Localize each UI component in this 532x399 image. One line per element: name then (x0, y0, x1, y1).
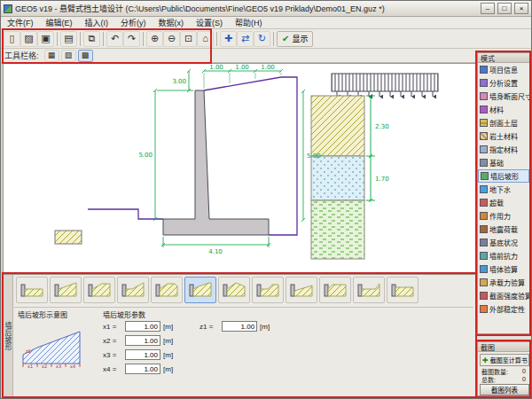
x2-input[interactable] (125, 335, 160, 346)
slope-preview-shape (23, 332, 80, 364)
mode-item-project-info[interactable]: 项目信息 (478, 63, 529, 76)
zoom-window-button[interactable]: ⊡ (180, 31, 197, 47)
z1-input[interactable] (222, 321, 257, 332)
mark-x1: x1 (27, 364, 33, 369)
x3-row: x3 = [m] (103, 348, 173, 362)
pan-button[interactable]: ✚ (220, 31, 237, 47)
open-button[interactable]: ▨ (20, 31, 37, 47)
slope-parameter-fields: x1 = [m] x2 = [m] x3 = [m] x4 = (103, 319, 270, 376)
mode-item-foundation[interactable]: 基础 (478, 156, 529, 169)
screenshot-count-value: 0 (522, 368, 526, 374)
params-label: 墙后坡形参数 (103, 309, 145, 319)
print-button[interactable]: ▤ (60, 31, 77, 47)
new-button[interactable]: ▯ (4, 31, 20, 47)
external-stability-icon (480, 305, 488, 313)
mode-item-material[interactable]: 材料 (478, 103, 529, 116)
modes-panel: 模式 项目信息 分析设置 墙身断面尺寸 材料 剖面土层 岩土材料 指定材料 基础… (477, 52, 530, 334)
save-button[interactable]: ▣ (37, 31, 54, 47)
mode-item-soils[interactable]: 岩土材料 (478, 129, 529, 143)
layer-dimensions (366, 94, 375, 202)
mode-item-bearing-capacity[interactable]: 承载力验算 (478, 276, 529, 289)
slope-shape-thumbnail-2[interactable] (50, 277, 82, 303)
dim-backfill-label: 5.00 (307, 153, 321, 160)
toolbar-separator (57, 32, 58, 46)
mode-item-wall-geometry[interactable]: 墙身断面尺寸 (478, 90, 529, 103)
undo-button[interactable]: ↶ (106, 31, 123, 47)
x1-row: x1 = [m] (103, 319, 173, 333)
redo-button[interactable]: ↷ (123, 31, 140, 47)
dim-wall-left-label: 5.00 (138, 152, 153, 159)
mode-item-surcharge[interactable]: 超载 (478, 196, 529, 209)
water-icon (480, 185, 488, 193)
cross-section-check-icon (480, 292, 488, 300)
close-button[interactable]: × (514, 3, 528, 14)
add-screenshot-button[interactable]: ✚ 截图至计算书 (480, 354, 529, 366)
slope-dimension (187, 69, 191, 92)
mode-item-cross-section[interactable]: 截面强度验算 (478, 289, 529, 302)
x4-input[interactable] (125, 364, 160, 374)
app-icon (4, 4, 12, 13)
refresh-button[interactable]: ↻ (254, 31, 270, 47)
slope-shape-thumbnail-6[interactable] (184, 277, 216, 303)
modes-panel-header: 模式 (478, 53, 529, 63)
minimize-button[interactable]: – (481, 3, 495, 14)
window-title: GEO5 v19 - 悬臂式挡土墙设计 (C:\Users\Public\Doc… (15, 3, 478, 14)
slope-shape-thumbnail-11[interactable] (353, 277, 385, 303)
app-window: GEO5 v19 - 悬臂式挡土墙设计 (C:\Users\Public\Doc… (0, 0, 532, 399)
verification-icon (480, 265, 488, 273)
menu-edit[interactable]: 编辑(E) (40, 16, 79, 29)
mode-item-terrain[interactable]: 墙后坡形 (478, 169, 529, 183)
zoom-extents-button[interactable]: ⌂ (197, 31, 214, 47)
slope-shape-thumbnail-4[interactable] (117, 277, 149, 303)
x1-input[interactable] (125, 321, 160, 332)
slope-shape-thumbnail-12[interactable] (387, 277, 419, 303)
mode-item-profile[interactable]: 剖面土层 (478, 116, 529, 129)
zoom-out-button[interactable]: ⊖ (163, 31, 180, 47)
menu-analysis[interactable]: 分析(y) (114, 16, 153, 29)
maximize-button[interactable]: □ (497, 3, 512, 14)
x3-input[interactable] (125, 349, 160, 360)
display-button[interactable]: ✔ 显示 (277, 31, 313, 47)
mark-x3: x3 (56, 364, 61, 369)
surcharge-load (332, 74, 438, 97)
menu-file[interactable]: 文件(F) (1, 16, 40, 29)
title-bar: GEO5 v19 - 悬臂式挡土墙设计 (C:\Users\Public\Doc… (1, 1, 531, 17)
menu-help[interactable]: 帮助(H) (229, 16, 269, 29)
retaining-wall (163, 90, 269, 235)
menu-bar: 文件(F) 编辑(E) 插入(I) 分析(y) 数据(x) 设置(S) 帮助(H… (1, 17, 531, 29)
menu-data[interactable]: 数据(x) (153, 16, 191, 29)
slope-shape-thumbnail-7[interactable] (218, 277, 250, 303)
dim-top-3-label: 1.00 (261, 64, 275, 71)
slope-shape-thumbnail-1[interactable] (16, 277, 48, 303)
mode-item-base-condition[interactable]: 基底状况 (478, 236, 529, 249)
mode-item-analysis-settings[interactable]: 分析设置 (478, 76, 529, 90)
menu-insert[interactable]: 插入(I) (79, 16, 115, 29)
earthquake-icon (480, 225, 488, 233)
mode-item-front-resistance[interactable]: 墙前抗力 (478, 249, 529, 262)
frame-toolbar-label: 工具栏格: (4, 50, 43, 61)
mode-item-water[interactable]: 地下水 (478, 183, 529, 196)
wall-drawing: 2.30 1.70 1.00 1.00 1.00 3.00 (4, 64, 475, 273)
menu-settings[interactable]: 设置(S) (190, 16, 229, 29)
mode-item-external-stability[interactable]: 外部稳定性 (478, 302, 529, 316)
layout-toggle-2-button[interactable]: ▧ (61, 50, 76, 62)
layout-toggle-1-button[interactable]: ▦ (44, 50, 59, 62)
slope-shape-thumbnail-10[interactable] (319, 277, 351, 303)
slope-shape-thumbnail-8[interactable] (252, 277, 284, 303)
copy-button[interactable]: ⧉ (83, 31, 100, 47)
mode-item-applied-forces[interactable]: 作用力 (478, 209, 529, 223)
slope-shape-thumbnail-3[interactable] (83, 277, 115, 303)
slope-shape-thumbnail-9[interactable] (286, 277, 317, 303)
mode-item-earthquake[interactable]: 地震荷载 (478, 223, 529, 236)
frame-divider (14, 307, 473, 308)
mode-item-assign[interactable]: 指定材料 (478, 143, 529, 156)
move-view-button[interactable]: ⇄ (237, 31, 254, 47)
toolbar-separator (273, 32, 274, 46)
mode-item-verification[interactable]: 墙体验算 (478, 262, 529, 276)
slope-shape-thumbnail-5[interactable] (151, 277, 183, 303)
screenshot-list-button[interactable]: 截图列表 (480, 384, 529, 395)
x2-row: x2 = [m] (103, 333, 173, 348)
zoom-in-button[interactable]: ⊕ (146, 31, 163, 47)
layout-toggle-3-button[interactable]: ▩ (78, 50, 93, 62)
drawing-canvas[interactable]: 2.30 1.70 1.00 1.00 1.00 3.00 (3, 63, 476, 274)
